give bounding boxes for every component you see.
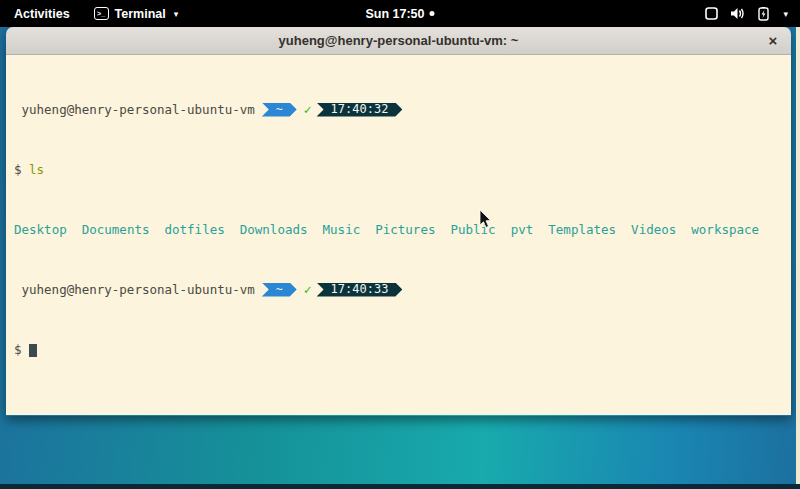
volume-icon	[730, 7, 745, 20]
terminal-content[interactable]: yuheng@henry-personal-ubuntu-vm ~ ✓ 17:4…	[6, 55, 791, 415]
close-icon[interactable]: ×	[764, 32, 782, 50]
system-status-area[interactable]: ▾	[705, 0, 800, 27]
top-bar: Activities >_ Terminal ▾ Sun 17:50	[0, 0, 800, 27]
desktop-background: yuheng@henry-personal-ubuntu-vm: ~ × yuh…	[0, 27, 800, 489]
prompt-line-2: yuheng@henry-personal-ubuntu-vm ~ ✓ 17:4…	[14, 282, 791, 297]
terminal-app-icon: >_	[94, 7, 109, 20]
prompt-user-host: yuheng@henry-personal-ubuntu-vm	[22, 102, 255, 117]
screen: Activities >_ Terminal ▾ Sun 17:50	[0, 0, 800, 489]
screen-icon	[705, 7, 718, 20]
prompt-symbol: $	[14, 342, 22, 357]
chevron-down-icon: ▾	[174, 9, 179, 19]
command-text: ls	[29, 162, 44, 177]
prompt-user-host: yuheng@henry-personal-ubuntu-vm	[22, 282, 255, 297]
desktop-bottom-strip	[0, 484, 800, 489]
prompt-symbol: $	[14, 162, 22, 177]
battery-charging-icon	[757, 7, 771, 21]
status-check-icon: ✓	[304, 282, 312, 297]
app-menu-terminal[interactable]: >_ Terminal ▾	[84, 0, 189, 27]
input-line: $	[14, 342, 791, 357]
prompt-line-1: yuheng@henry-personal-ubuntu-vm ~ ✓ 17:4…	[14, 102, 791, 117]
status-check-icon: ✓	[304, 102, 312, 117]
desktop-right-edge-strip	[796, 27, 800, 489]
prompt-cwd-segment: ~	[262, 283, 297, 297]
command-line: $ ls	[14, 162, 791, 177]
window-titlebar[interactable]: yuheng@henry-personal-ubuntu-vm: ~ ×	[6, 27, 791, 55]
prompt-time-segment: 17:40:33	[317, 283, 403, 297]
terminal-window: yuheng@henry-personal-ubuntu-vm: ~ × yuh…	[6, 27, 791, 416]
clock[interactable]: Sun 17:50	[365, 0, 434, 27]
app-menu-label: Terminal	[115, 7, 166, 21]
notification-dot-icon	[430, 11, 435, 16]
prompt-cwd-segment: ~	[262, 103, 297, 117]
activities-button[interactable]: Activities	[0, 0, 84, 27]
prompt-time-segment: 17:40:32	[317, 103, 403, 117]
window-title: yuheng@henry-personal-ubuntu-vm: ~	[279, 33, 519, 48]
chevron-down-icon: ▾	[783, 9, 788, 19]
terminal-cursor	[29, 344, 37, 357]
ls-output: Desktop Documents dotfiles Downloads Mus…	[14, 222, 791, 237]
clock-label: Sun 17:50	[365, 7, 424, 21]
